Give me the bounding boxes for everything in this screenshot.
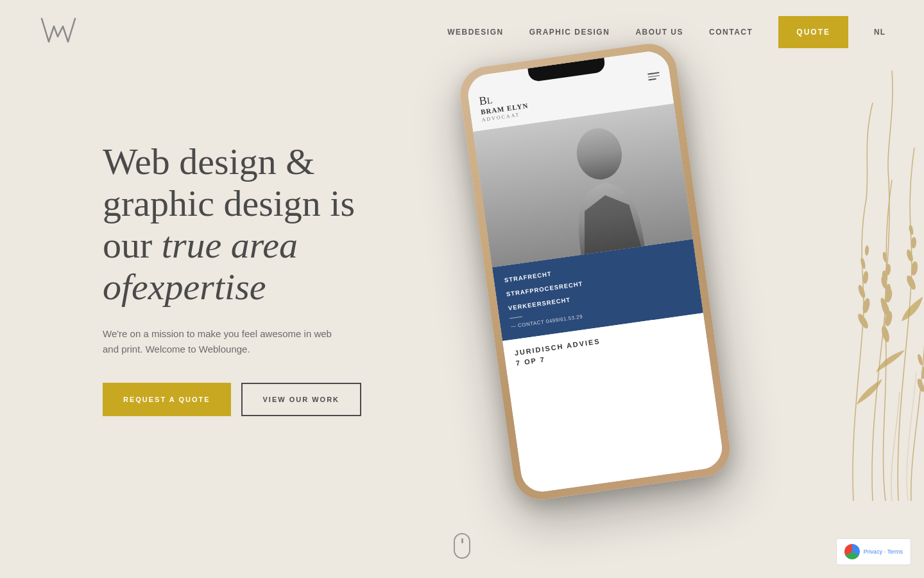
recaptcha-terms-link[interactable]: Terms [887,548,903,555]
navigation: WEBDESIGN GRAPHIC DESIGN ABOUT US CONTAC… [0,0,924,64]
hero-heading: Web design & graphic design is our true … [103,141,361,308]
hero-heading-line3: our [103,224,162,266]
phone-logo-area: BL BRAM ELYN ADVOCAAT [478,88,529,123]
view-work-button[interactable]: VIEW OUR WORK [241,383,362,416]
phone-outer: BL BRAM ELYN ADVOCAAT [457,40,733,504]
nav-about-us[interactable]: ABOUT US [635,28,683,37]
logo[interactable] [38,13,77,51]
hero-heading-line2: graphic design is [103,182,355,224]
scroll-indicator [454,533,470,559]
svg-point-17 [864,245,869,256]
svg-point-16 [860,258,866,270]
hero-buttons: REQUEST A QUOTE VIEW OUR WORK [103,383,361,416]
hero-section: Web design & graphic design is our true … [0,0,924,578]
nav-graphic-design[interactable]: GRAPHIC DESIGN [529,28,610,37]
hero-heading-line4: ofexpertise [103,266,266,308]
svg-point-9 [905,249,914,262]
phone-white-section: JURIDISCH ADVIES 7 OP 7 [502,313,724,495]
mouse-icon [454,533,470,559]
phone-inner: BL BRAM ELYN ADVOCAAT [465,49,724,495]
nav-contact[interactable]: CONTACT [709,28,753,37]
hero-subtitle: We're on a mission to make you feel awes… [103,326,346,357]
svg-point-11 [908,225,914,236]
nav-webdesign[interactable]: WEBDESIGN [447,28,504,37]
recaptcha-badge: Privacy · Terms [836,538,911,565]
request-quote-button[interactable]: REQUEST A QUOTE [103,383,231,416]
phone-divider [509,317,522,319]
mouse-scroll-dot [461,538,463,543]
svg-point-13 [862,297,871,314]
svg-point-14 [857,284,866,299]
hero-content: Web design & graphic design is our true … [103,141,361,416]
phone-mockup: BL BRAM ELYN ADVOCAAT [457,37,763,529]
phone-menu-icon [647,72,660,80]
recaptcha-privacy-link[interactable]: Privacy [864,548,883,555]
nav-language[interactable]: NL [874,28,886,37]
nav-links: WEBDESIGN GRAPHIC DESIGN ABOUT US CONTAC… [447,16,886,48]
nav-quote-button[interactable]: QUOTE [778,16,848,48]
wheat-decoration: .stem { stroke: #c4a96e; stroke-width: 1… [744,51,924,501]
phone-photo [473,103,693,267]
recaptcha-logo [844,544,860,559]
hero-heading-italic: true area [162,224,298,266]
phone-screen: BL BRAM ELYN ADVOCAAT [465,49,724,495]
hero-heading-line1: Web design & [103,141,314,182]
recaptcha-text: Privacy · Terms [864,548,903,556]
